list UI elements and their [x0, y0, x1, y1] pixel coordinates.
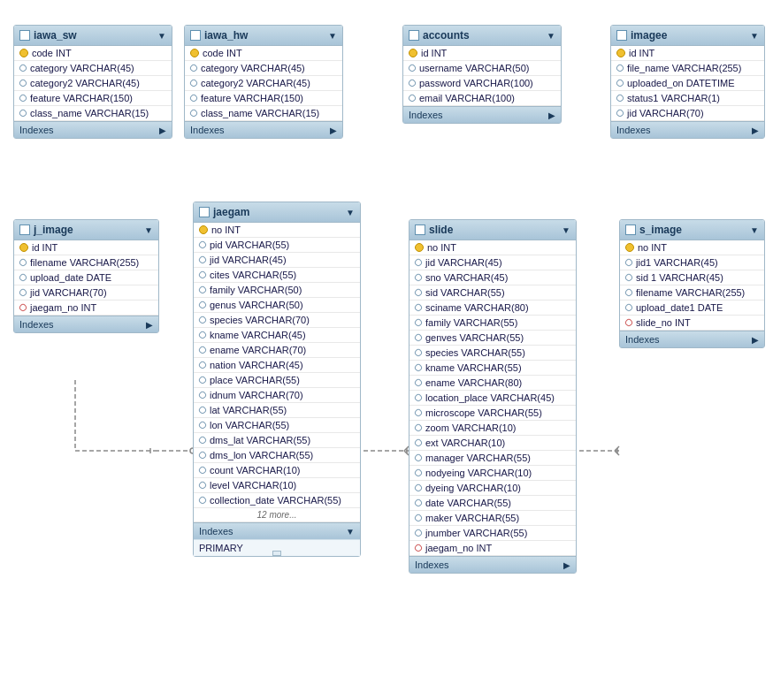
field-icon — [413, 377, 423, 387]
field-icon — [413, 453, 423, 462]
dropdown-icon[interactable]: ▼ — [328, 31, 337, 41]
table-iawa_sw[interactable]: iawa_sw ▼ code INT category VARCHAR(45) … — [13, 25, 172, 139]
dropdown-icon[interactable]: ▼ — [144, 225, 153, 235]
table-footer[interactable]: Indexes ▶ — [14, 121, 172, 138]
resize-handle[interactable] — [272, 551, 281, 556]
table-row: filename VARCHAR(255) — [620, 285, 764, 301]
table-footer[interactable]: Indexes ▶ — [185, 121, 342, 138]
table-title: iawa_hw — [204, 29, 325, 42]
field-name: category2 VARCHAR(45) — [201, 78, 310, 88]
dropdown-icon[interactable]: ▼ — [346, 208, 355, 217]
table-header-iawa_hw[interactable]: iawa_hw ▼ — [185, 26, 342, 46]
field-name: id INT — [421, 48, 447, 58]
field-icon — [197, 360, 207, 369]
table-row: level VARCHAR(10) — [194, 478, 360, 493]
table-row: id INT — [611, 46, 764, 61]
field-icon — [413, 287, 423, 297]
field-name: upload_date DATE — [30, 272, 111, 283]
table-row: feature VARCHAR(150) — [14, 91, 172, 106]
field-name: upload_date1 DATE — [636, 302, 723, 313]
table-header-j_image[interactable]: j_image ▼ — [14, 220, 158, 240]
table-title: imagee — [631, 29, 746, 42]
table-row: jid VARCHAR(70) — [14, 285, 158, 301]
field-name: password VARCHAR(100) — [419, 78, 533, 88]
field-name: status1 VARCHAR(1) — [627, 93, 720, 103]
table-header-jaegam[interactable]: jaegam ▼ — [194, 202, 360, 223]
dropdown-icon[interactable]: ▼ — [750, 31, 759, 41]
dropdown-icon[interactable]: ▼ — [750, 225, 759, 235]
table-footer[interactable]: Indexes ▶ — [620, 331, 764, 347]
field-icon — [197, 405, 207, 415]
field-icon — [188, 108, 198, 118]
dropdown-icon[interactable]: ▼ — [547, 31, 555, 41]
key-icon — [409, 49, 417, 57]
table-s_image[interactable]: s_image ▼ no INT jid1 VARCHAR(45) sid 1 … — [619, 219, 765, 348]
table-footer[interactable]: Indexes ▶ — [403, 106, 561, 123]
table-icon — [19, 30, 30, 41]
field-name: lon VARCHAR(55) — [210, 420, 289, 430]
table-row: kname VARCHAR(45) — [194, 328, 360, 343]
table-j_image[interactable]: j_image ▼ id INT filename VARCHAR(255) u… — [13, 219, 159, 333]
table-row: collection_date VARCHAR(55) — [194, 493, 360, 508]
field-icon — [197, 240, 207, 249]
table-footer[interactable]: Indexes ▶ — [409, 556, 576, 573]
field-name: maker VARCHAR(55) — [425, 513, 519, 523]
table-row: date VARCHAR(55) — [409, 496, 576, 511]
table-footer[interactable]: Indexes ▼ — [194, 522, 360, 539]
table-row: upload_date1 DATE — [620, 301, 764, 316]
field-name: kname VARCHAR(45) — [210, 330, 306, 340]
field-icon — [413, 392, 423, 402]
table-row: jaegam_no INT — [14, 301, 158, 316]
dropdown-icon[interactable]: ▼ — [157, 31, 166, 41]
table-row: jid1 VARCHAR(45) — [620, 255, 764, 270]
field-icon — [615, 63, 624, 72]
field-name: id INT — [32, 242, 57, 253]
field-name: location_place VARCHAR(45) — [425, 392, 555, 403]
field-icon — [197, 480, 207, 490]
field-icon — [197, 495, 207, 505]
field-name: zoom VARCHAR(10) — [425, 422, 517, 433]
field-name: jaegam_no INT — [425, 543, 492, 553]
field-name: family VARCHAR(55) — [425, 317, 517, 328]
table-row: dms_lat VARCHAR(55) — [194, 433, 360, 448]
field-name: species VARCHAR(70) — [210, 315, 310, 325]
field-name: cites VARCHAR(55) — [210, 270, 296, 280]
field-name: ename VARCHAR(80) — [425, 377, 522, 388]
footer-arrow-icon: ▶ — [330, 126, 337, 135]
table-imagee[interactable]: imagee ▼ id INT file_name VARCHAR(255) u… — [610, 25, 765, 139]
field-icon — [197, 450, 207, 460]
field-name: ext VARCHAR(10) — [425, 438, 505, 448]
field-icon — [624, 272, 633, 282]
table-header-accounts[interactable]: accounts ▼ — [403, 26, 561, 46]
table-footer[interactable]: Indexes ▶ — [611, 121, 764, 138]
table-row: maker VARCHAR(55) — [409, 511, 576, 526]
field-name: date VARCHAR(55) — [425, 498, 511, 508]
field-name: no INT — [638, 242, 667, 253]
table-header-s_image[interactable]: s_image ▼ — [620, 220, 764, 240]
field-name: genus VARCHAR(50) — [210, 300, 303, 310]
table-header-imagee[interactable]: imagee ▼ — [611, 26, 764, 46]
field-name: feature VARCHAR(150) — [201, 93, 303, 103]
table-accounts[interactable]: accounts ▼ id INT username VARCHAR(50) p… — [402, 25, 562, 124]
field-name: file_name VARCHAR(255) — [627, 63, 741, 73]
table-row: password VARCHAR(100) — [403, 76, 561, 91]
footer-arrow-icon: ▶ — [752, 126, 759, 135]
table-header-iawa_sw[interactable]: iawa_sw ▼ — [14, 26, 172, 46]
table-icon — [625, 224, 636, 235]
field-name: level VARCHAR(10) — [210, 480, 296, 491]
key-icon — [625, 243, 634, 252]
indexes-label: Indexes — [409, 110, 443, 120]
table-header-slide[interactable]: slide ▼ — [409, 220, 576, 240]
field-icon — [197, 345, 207, 354]
table-slide[interactable]: slide ▼ no INT jid VARCHAR(45) sno VARCH… — [409, 219, 577, 574]
dropdown-icon[interactable]: ▼ — [562, 225, 570, 235]
table-footer[interactable]: Indexes ▶ — [14, 316, 158, 332]
table-jaegam[interactable]: jaegam ▼ no INT pid VARCHAR(55) jid VARC… — [193, 202, 361, 557]
table-iawa_hw[interactable]: iawa_hw ▼ code INT category VARCHAR(45) … — [184, 25, 343, 139]
field-name: sid 1 VARCHAR(45) — [636, 272, 723, 283]
field-name: username VARCHAR(50) — [419, 63, 530, 73]
field-icon — [197, 270, 207, 279]
table-row: id INT — [14, 240, 158, 255]
field-name: nodyeing VARCHAR(10) — [425, 468, 532, 478]
field-icon — [413, 483, 423, 492]
